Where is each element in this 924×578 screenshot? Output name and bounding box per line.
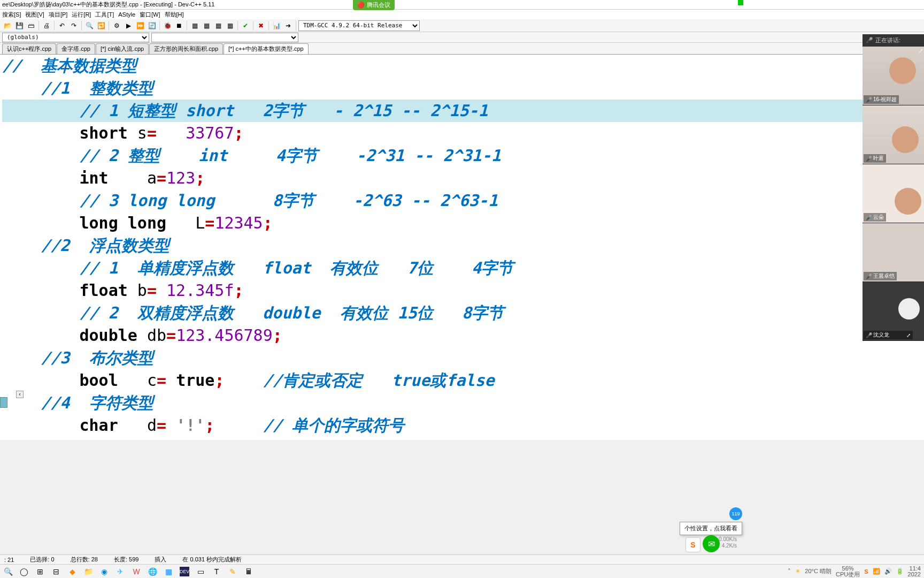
menu-astyle[interactable]: AStyle	[118, 11, 135, 18]
print-icon[interactable]: 🖨	[41, 20, 52, 31]
chart-icon[interactable]: 📊	[271, 20, 282, 31]
menu-search[interactable]: 搜索[S]	[2, 11, 21, 19]
tray-net-icon[interactable]: 📶	[873, 568, 880, 575]
cortana-icon[interactable]: ⊟	[51, 567, 61, 576]
separator	[38, 21, 39, 31]
members-select[interactable]	[151, 33, 298, 42]
menu-window[interactable]: 窗口[W]	[140, 11, 160, 19]
tray-expand-icon[interactable]: ˄	[788, 568, 791, 575]
tab-1[interactable]: 金字塔.cpp	[57, 43, 95, 54]
app2-icon[interactable]: ✈	[116, 567, 125, 576]
fold-left-icon[interactable]: ‹	[16, 391, 24, 398]
compiler-select[interactable]: TDM-GCC 4.9.2 64-bit Release	[298, 20, 420, 31]
meeting-icon[interactable]: ▦	[164, 567, 173, 576]
tab-3[interactable]: 正方形的周长和面积.cpp	[149, 43, 223, 54]
taskview-icon[interactable]: ⊞	[35, 567, 45, 576]
wechat-icon[interactable]: ✉	[703, 535, 720, 552]
weather-text: 20°C 晴朗	[805, 567, 831, 575]
status-bar: : 21 已选择: 0 总行数: 28 长度: 599 插入 在 0.031 秒…	[0, 554, 924, 564]
mute-icon: 🎤	[866, 97, 872, 103]
separator	[296, 21, 296, 31]
app4-icon[interactable]: ✎	[228, 567, 237, 576]
meeting-badge[interactable]: 🔴 腾讯会议	[353, 0, 395, 10]
tab-2[interactable]: [*] cin输入流.cpp	[96, 43, 149, 54]
avatar	[898, 298, 920, 320]
tray-vol-icon[interactable]: 🔊	[884, 568, 892, 575]
devcpp-icon[interactable]: DEV	[180, 567, 189, 576]
redo-icon[interactable]: ↷	[68, 20, 79, 31]
comment: // 基本数据类型	[2, 56, 137, 75]
menu-help[interactable]: 帮助[H]	[165, 11, 184, 19]
menu-bar: 搜索[S] 视图[V] 项目[P] 运行[R] 工具[T] AStyle 窗口[…	[0, 10, 924, 19]
video-panel: 🎤 正在讲话: ⤢ 🎤16-祝郢超 🎤叶蒽 🎤云朵 🎤王晨卓恺 🎤沈义龙⤢	[863, 34, 924, 341]
grid2-icon[interactable]: ▦	[201, 20, 212, 31]
code-editor[interactable]: // 基本数据类型 //1 整数类型 // 1 短整型 short 2字节 - …	[0, 55, 924, 440]
separator	[187, 21, 187, 31]
open-icon[interactable]: 📂	[2, 20, 13, 31]
popup-tip[interactable]: 个性设置，点我看看	[680, 522, 742, 535]
chrome-icon[interactable]: 🌐	[148, 567, 157, 576]
fold-marker[interactable]	[0, 397, 7, 408]
comment: //4 字符类型	[2, 393, 153, 412]
separator	[109, 21, 109, 31]
text-icon[interactable]: T	[212, 567, 221, 576]
grid3-icon[interactable]: ▦	[213, 20, 224, 31]
tab-4[interactable]: [*] c++中的基本数据类型.cpp	[224, 43, 309, 54]
menu-run[interactable]: 运行[R]	[72, 11, 91, 19]
comment: //3 布尔类型	[2, 348, 153, 367]
cpu-label: CPU使用	[836, 571, 860, 577]
status-total: 总行数: 28	[71, 556, 98, 564]
comment: //2 浮点数类型	[2, 236, 170, 255]
expand-icon[interactable]: ⤢	[906, 332, 911, 338]
start-icon[interactable]: ◯	[19, 567, 29, 576]
grid4-icon[interactable]: ▦	[225, 20, 235, 31]
notification-badge[interactable]: 119	[729, 507, 742, 520]
run-icon[interactable]: ▶	[123, 20, 134, 31]
menu-project[interactable]: 项目[P]	[49, 11, 67, 19]
check-icon[interactable]: ✔	[240, 20, 251, 31]
sogou-ime-icon[interactable]: S	[686, 537, 700, 552]
find-icon[interactable]: 🔍	[84, 20, 95, 31]
expand-icon[interactable]: ⤢	[919, 48, 923, 54]
compile-icon[interactable]: ⚙	[111, 20, 122, 31]
status-mode: 插入	[155, 556, 166, 564]
globals-select[interactable]: (globals)	[2, 33, 149, 42]
video-tile-3[interactable]: 🎤云朵	[863, 164, 924, 223]
status-parse: 在 0.031 秒内完成解析	[182, 556, 242, 564]
search-icon[interactable]: 🔍	[3, 567, 13, 576]
video-tile-2[interactable]: 🎤叶蒽	[863, 105, 924, 164]
mute-icon: 🎤	[866, 215, 872, 220]
tray-ime-icon[interactable]: S	[864, 568, 868, 575]
rebuild-icon[interactable]: 🔄	[147, 20, 157, 31]
comment: short 2字节 - 2^15 -- 2^15-1	[186, 101, 488, 120]
app1-icon[interactable]: ◆	[67, 567, 77, 576]
video-tile-5[interactable]: 🎤沈义龙⤢	[863, 282, 924, 341]
separator	[253, 21, 253, 31]
saveall-icon[interactable]: 🗃	[26, 20, 36, 31]
replace-icon[interactable]: 🔁	[96, 20, 106, 31]
video-tile-1[interactable]: ⤢ 🎤16-祝郢超	[863, 47, 924, 105]
weather-icon[interactable]: ☀	[795, 568, 800, 575]
participant-face	[892, 126, 919, 153]
wps-icon[interactable]: W	[132, 567, 141, 576]
edge-icon[interactable]: ◉	[99, 567, 109, 576]
debug-icon[interactable]: 🐞	[162, 20, 173, 31]
separator	[54, 21, 55, 31]
undo-icon[interactable]: ↶	[57, 20, 67, 31]
calc-icon[interactable]: 🖩	[244, 567, 253, 576]
meeting-icon: 🔴	[357, 2, 365, 9]
stop-icon[interactable]: ⏹	[174, 20, 184, 31]
cancel-icon[interactable]: ✖	[256, 20, 266, 31]
app3-icon[interactable]: ▭	[196, 567, 205, 576]
tab-0[interactable]: 认识c++程序.cpp	[2, 43, 56, 54]
separator	[268, 21, 269, 31]
save-icon[interactable]: 💾	[14, 20, 25, 31]
menu-tools[interactable]: 工具[T]	[95, 11, 114, 19]
tray-bat-icon[interactable]: 🔋	[896, 568, 904, 575]
video-tile-4[interactable]: 🎤王晨卓恺	[863, 223, 924, 282]
compile-run-icon[interactable]: ⏩	[135, 20, 145, 31]
explorer-icon[interactable]: 📁	[83, 567, 93, 576]
menu-view[interactable]: 视图[V]	[25, 11, 44, 19]
grid1-icon[interactable]: ▦	[189, 20, 200, 31]
goto-icon[interactable]: ➜	[283, 20, 294, 31]
